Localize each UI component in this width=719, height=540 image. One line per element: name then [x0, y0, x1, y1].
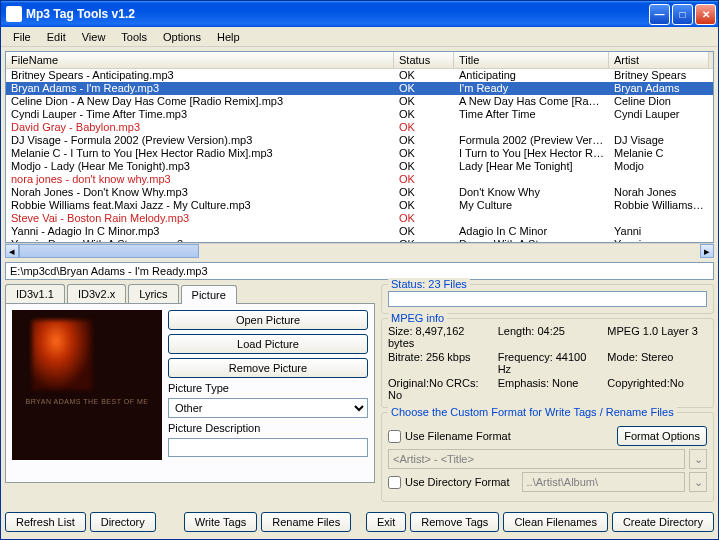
cell: [454, 212, 609, 225]
cell: Anticipating: [454, 69, 609, 82]
cell: DJ Visage: [609, 134, 709, 147]
table-row[interactable]: David Gray - Babylon.mp3OK: [6, 121, 713, 134]
rename-files-button[interactable]: Rename Files: [261, 512, 351, 532]
cell: Norah Jones: [609, 186, 709, 199]
directory-dropdown-icon[interactable]: ⌄: [689, 472, 707, 492]
mpeg-freq: Frequency: 44100 Hz: [498, 351, 598, 375]
filename-format-input[interactable]: <Artist> - <Title>: [388, 449, 685, 469]
tab-picture[interactable]: Picture: [181, 285, 237, 304]
cell: I'm Ready: [454, 82, 609, 95]
album-art-text: BRYAN ADAMS THE BEST OF ME: [17, 398, 157, 405]
tab-id3v2x[interactable]: ID3v2.x: [67, 284, 126, 303]
cell: Lady [Hear Me Tonight]: [454, 160, 609, 173]
mpeg-mode: Mode: Stereo: [607, 351, 707, 375]
close-button[interactable]: ✕: [695, 4, 716, 25]
scroll-thumb[interactable]: [19, 244, 199, 258]
picture-type-select[interactable]: Other: [168, 398, 368, 418]
table-row[interactable]: Celine Dion - A New Day Has Come [Radio …: [6, 95, 713, 108]
cell: Cyndi Lauper - Time After Time.mp3: [6, 108, 394, 121]
menu-options[interactable]: Options: [155, 29, 209, 45]
scroll-left-icon[interactable]: ◂: [5, 244, 19, 258]
cell: Modjo: [609, 160, 709, 173]
write-tags-button[interactable]: Write Tags: [184, 512, 258, 532]
cell: [454, 121, 609, 134]
cell: Celine Dion: [609, 95, 709, 108]
column-header-title[interactable]: Title: [454, 52, 609, 68]
cell: Yanni - Adagio In C Minor.mp3: [6, 225, 394, 238]
table-row[interactable]: Britney Spears - Anticipating.mp3OKAntic…: [6, 69, 713, 82]
cell: OK: [394, 173, 454, 186]
mpeg-title: MPEG info: [388, 312, 447, 324]
cell: OK: [394, 147, 454, 160]
table-row[interactable]: Cyndi Lauper - Time After Time.mp3OKTime…: [6, 108, 713, 121]
cell: Adagio In C Minor: [454, 225, 609, 238]
directory-format-input[interactable]: ..\Artist\Album\: [522, 472, 685, 492]
clean-filenames-button[interactable]: Clean Filenames: [503, 512, 608, 532]
scroll-right-icon[interactable]: ▸: [700, 244, 714, 258]
cell: Dance With A Stranger: [454, 238, 609, 243]
menu-edit[interactable]: Edit: [39, 29, 74, 45]
cell: OK: [394, 186, 454, 199]
refresh-list-button[interactable]: Refresh List: [5, 512, 86, 532]
cell: Bryan Adams - I'm Ready.mp3: [6, 82, 394, 95]
cell: Yanni - Dance With A Stranger.mp3: [6, 238, 394, 243]
h-scrollbar[interactable]: ◂ ▸: [5, 243, 714, 258]
cell: OK: [394, 134, 454, 147]
column-header-artist[interactable]: Artist: [609, 52, 709, 68]
tab-id3v11[interactable]: ID3v1.1: [5, 284, 65, 303]
table-row[interactable]: Modjo - Lady (Hear Me Tonight).mp3OKLady…: [6, 160, 713, 173]
cell: [454, 173, 609, 186]
cell: OK: [394, 108, 454, 121]
use-filename-label: Use Filename Format: [405, 430, 511, 442]
picture-desc-input[interactable]: [168, 438, 368, 457]
use-filename-checkbox[interactable]: [388, 430, 401, 443]
cell: Formula 2002 (Preview Version): [454, 134, 609, 147]
menu-tools[interactable]: Tools: [113, 29, 155, 45]
column-header-filename[interactable]: FileName: [6, 52, 394, 68]
remove-picture-button[interactable]: Remove Picture: [168, 358, 368, 378]
directory-button[interactable]: Directory: [90, 512, 156, 532]
open-picture-button[interactable]: Open Picture: [168, 310, 368, 330]
cell: Cyndi Lauper: [609, 108, 709, 121]
cell: Melanie C: [609, 147, 709, 160]
tab-lyrics[interactable]: Lyrics: [128, 284, 178, 303]
file-list[interactable]: FileNameStatusTitleArtist Britney Spears…: [5, 51, 714, 243]
column-header-status[interactable]: Status: [394, 52, 454, 68]
titlebar[interactable]: Mp3 Tag Tools v1.2 — □ ✕: [1, 1, 718, 27]
cell: Melanie C - I Turn to You [Hex Hector Ra…: [6, 147, 394, 160]
table-row[interactable]: Yanni - Dance With A Stranger.mp3OKDance…: [6, 238, 713, 243]
use-directory-checkbox[interactable]: [388, 476, 401, 489]
cell: Bryan Adams: [609, 82, 709, 95]
table-row[interactable]: Robbie Williams feat.Maxi Jazz - My Cult…: [6, 199, 713, 212]
app-window: Mp3 Tag Tools v1.2 — □ ✕ FileEditViewToo…: [0, 0, 719, 540]
minimize-button[interactable]: —: [649, 4, 670, 25]
cell: DJ Visage - Formula 2002 (Preview Versio…: [6, 134, 394, 147]
cell: [609, 121, 709, 134]
maximize-button[interactable]: □: [672, 4, 693, 25]
table-row[interactable]: Bryan Adams - I'm Ready.mp3OKI'm ReadyBr…: [6, 82, 713, 95]
status-title: Status: 23 Files: [388, 278, 470, 290]
table-row[interactable]: Steve Vai - Boston Rain Melody.mp3OK: [6, 212, 713, 225]
cell: Britney Spears: [609, 69, 709, 82]
table-row[interactable]: nora jones - don't know why.mp3OK: [6, 173, 713, 186]
menu-help[interactable]: Help: [209, 29, 248, 45]
cell: Yanni: [609, 238, 709, 243]
table-row[interactable]: Yanni - Adagio In C Minor.mp3OKAdagio In…: [6, 225, 713, 238]
format-options-button[interactable]: Format Options: [617, 426, 707, 446]
custom-format-group: Choose the Custom Format for Write Tags …: [381, 412, 714, 502]
exit-button[interactable]: Exit: [366, 512, 406, 532]
table-row[interactable]: DJ Visage - Formula 2002 (Preview Versio…: [6, 134, 713, 147]
create-directory-button[interactable]: Create Directory: [612, 512, 714, 532]
menu-view[interactable]: View: [74, 29, 114, 45]
cell: OK: [394, 95, 454, 108]
filename-dropdown-icon[interactable]: ⌄: [689, 449, 707, 469]
table-row[interactable]: Melanie C - I Turn to You [Hex Hector Ra…: [6, 147, 713, 160]
cell: Britney Spears - Anticipating.mp3: [6, 69, 394, 82]
load-picture-button[interactable]: Load Picture: [168, 334, 368, 354]
window-title: Mp3 Tag Tools v1.2: [26, 7, 649, 21]
table-row[interactable]: Norah Jones - Don't Know Why.mp3OKDon't …: [6, 186, 713, 199]
cell: I Turn to You [Hex Hector Radio ...: [454, 147, 609, 160]
remove-tags-button[interactable]: Remove Tags: [410, 512, 499, 532]
menu-file[interactable]: File: [5, 29, 39, 45]
cell: Robbie Williams feat.Maxi Jazz - My Cult…: [6, 199, 394, 212]
